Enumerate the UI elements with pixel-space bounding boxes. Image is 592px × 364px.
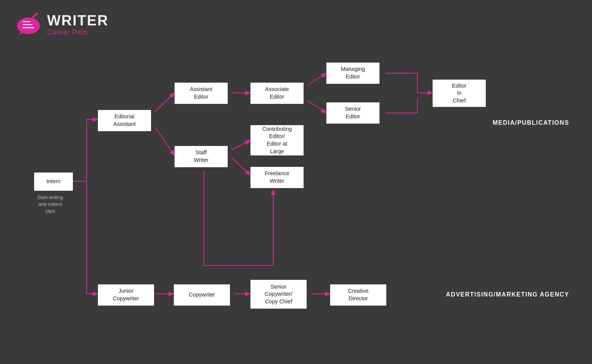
node-creative-director: Creative Director — [330, 284, 386, 306]
svg-point-22 — [17, 17, 40, 34]
node-managing-editor: Managing Editor — [326, 63, 379, 84]
svg-line-10 — [307, 100, 326, 113]
logo-icon — [15, 11, 42, 38]
logo-title: WRITER — [47, 13, 109, 29]
label-start-writing: Start writing and collect clips — [24, 194, 77, 215]
section-label-advertising: ADVERTISING/MARKETING AGENCY — [446, 291, 569, 298]
node-staff-writer: Staff Writer — [175, 146, 228, 167]
node-senior-editor: Senior Editor — [326, 102, 379, 124]
svg-line-8 — [231, 157, 250, 175]
node-contributing-editor: Contributing Editor/ Editor at Large — [250, 125, 304, 155]
svg-line-4 — [155, 93, 175, 112]
section-label-media: MEDIA/PUBLICATIONS — [493, 119, 569, 126]
logo-subtitle: Career Path — [47, 29, 109, 36]
node-associate-editor: Associate Editor — [250, 83, 304, 104]
svg-line-7 — [231, 140, 250, 150]
node-assistant-editor: Assistant Editor — [175, 83, 228, 104]
node-editor-in-chief: Editor In Chief — [433, 80, 486, 107]
node-senior-copywriter: Senior Copywriter/ Copy Chief — [250, 280, 307, 309]
node-copywriter: Copywriter — [174, 284, 230, 306]
node-junior-copywriter: Junior Copywriter — [98, 284, 154, 306]
node-freelance-writer: Freelance Writer — [250, 167, 304, 188]
node-intern: Intern — [34, 173, 73, 191]
svg-line-5 — [155, 127, 175, 155]
svg-line-9 — [307, 73, 326, 85]
logo-area: WRITER Career Path — [15, 11, 109, 38]
logo-text-area: WRITER Career Path — [47, 13, 109, 36]
node-editorial-assistant: Editorial Assistant — [98, 110, 151, 131]
svg-rect-23 — [32, 12, 38, 18]
